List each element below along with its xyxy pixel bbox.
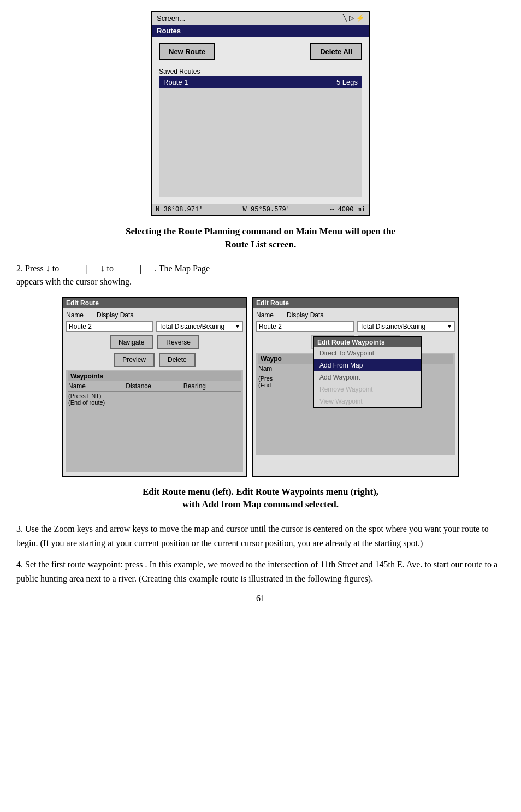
right-edit-route-panel: Edit Route Name Display Data Route 2 Tot…	[252, 297, 459, 477]
gps-buttons-row: New Route Delete All	[159, 43, 362, 60]
delete-all-button[interactable]: Delete All	[310, 43, 362, 60]
left-waypoint-empty	[68, 406, 241, 471]
gps-status-bar: N 36°08.971' W 95°50.579' ↔ 4000 mi	[152, 204, 369, 215]
new-route-button[interactable]: New Route	[159, 43, 215, 60]
right-name-row: Name Display Data	[256, 311, 455, 319]
preview-button[interactable]: Preview	[114, 353, 155, 367]
left-btn-row1: Navigate Reverse	[66, 335, 243, 349]
left-name-label: Name	[66, 311, 93, 319]
overlay-menu: Edit Route Waypoints Direct To Waypoint …	[313, 336, 422, 408]
left-panel-title: Edit Route	[63, 298, 246, 308]
panels-container: Edit Route Name Display Data Route 2 Tot…	[16, 297, 505, 477]
caption1: Selecting the Route Planning command on …	[16, 225, 505, 251]
gps-title-text: Screen...	[157, 14, 185, 22]
left-values-row: Route 2 Total Distance/Bearing ▼	[66, 321, 243, 332]
caption2: Edit Route menu (left). Edit Route Waypo…	[16, 485, 505, 512]
left-waypoints-section: Waypoints Name Distance Bearing (Press E…	[66, 370, 243, 472]
saved-routes-label: Saved Routes	[159, 68, 362, 75]
left-waypoint-row1: (Press ENT)	[68, 393, 241, 399]
gps-routes-bar: Routes	[152, 25, 369, 37]
left-panel-body: Name Display Data Route 2 Total Distance…	[63, 308, 246, 476]
left-name-row: Name Display Data	[66, 311, 243, 319]
left-wp-row1-name: (Press ENT)	[68, 393, 241, 399]
antenna-icon: ╲	[343, 14, 347, 22]
battery-icon: ⚡	[356, 14, 364, 22]
right-name-label: Name	[256, 311, 283, 319]
right-display-select[interactable]: Total Distance/Bearing ▼	[357, 321, 455, 332]
menu-item-remove-waypoint[interactable]: Remove Waypoint	[314, 383, 421, 395]
route-list-area	[159, 88, 362, 197]
col-distance: Distance	[126, 382, 183, 390]
left-wp-row2-name: (End of route)	[68, 399, 241, 406]
col-bearing: Bearing	[183, 382, 241, 390]
left-display-label: Display Data	[97, 311, 134, 319]
menu-item-add-from-map[interactable]: Add From Map	[314, 359, 421, 371]
col-name: Name	[68, 382, 126, 390]
right-panel-title: Edit Route	[253, 298, 458, 308]
route-name: Route 1	[163, 78, 188, 86]
menu-item-view-waypoint[interactable]: View Waypoint	[314, 395, 421, 407]
overlay-menu-title: Edit Route Waypoints	[314, 337, 421, 347]
gps-dist: ↔ 4000 mi	[330, 206, 365, 214]
menu-item-add-waypoint[interactable]: Add Waypoint	[314, 371, 421, 383]
step4-para: 4. Set the first route waypoint: press .…	[16, 558, 505, 585]
step2-text: 2. Press ↓ to | ↓ to | . The Map Page ap…	[16, 262, 505, 288]
menu-item-direct-to-waypoint[interactable]: Direct To Waypoint	[314, 347, 421, 359]
right-display-label: Display Data	[287, 311, 324, 319]
left-waypoints-header: Waypoints	[68, 371, 241, 381]
signal-icon: ▷	[349, 14, 354, 22]
left-route-name-input[interactable]: Route 2	[66, 321, 153, 332]
left-btn-row2: Preview Delete	[66, 353, 243, 367]
gps-lon: W 95°50.579'	[243, 206, 290, 214]
route-list-item[interactable]: Route 1 5 Legs	[159, 76, 362, 88]
left-display-select[interactable]: Total Distance/Bearing ▼	[156, 321, 243, 332]
right-values-row: Route 2 Total Distance/Bearing ▼	[256, 321, 455, 332]
left-waypoint-row2: (End of route)	[68, 399, 241, 406]
left-waypoints-cols: Name Distance Bearing	[68, 382, 241, 392]
reverse-button[interactable]: Reverse	[157, 335, 199, 349]
gps-body: New Route Delete All Saved Routes Route …	[152, 37, 369, 204]
left-edit-route-panel: Edit Route Name Display Data Route 2 Tot…	[62, 297, 247, 477]
step3-para: 3. Use the Zoom keys and arrow keys to m…	[16, 522, 505, 550]
right-route-name-input[interactable]: Route 2	[256, 321, 354, 332]
navigate-button[interactable]: Navigate	[110, 335, 153, 349]
gps-lat: N 36°08.971'	[156, 206, 203, 214]
delete-button[interactable]: Delete	[159, 353, 196, 367]
route-legs: 5 Legs	[336, 78, 358, 86]
gps-title-bar: Screen... ╲ ▷ ⚡	[152, 12, 369, 25]
page-number: 61	[16, 594, 505, 603]
gps-screen-container: Screen... ╲ ▷ ⚡ Routes New Route Delete …	[16, 11, 505, 216]
gps-icons: ╲ ▷ ⚡	[343, 14, 364, 22]
chevron-down-icon-right: ▼	[447, 323, 452, 329]
chevron-down-icon: ▼	[235, 323, 240, 329]
gps-screen: Screen... ╲ ▷ ⚡ Routes New Route Delete …	[151, 11, 370, 216]
